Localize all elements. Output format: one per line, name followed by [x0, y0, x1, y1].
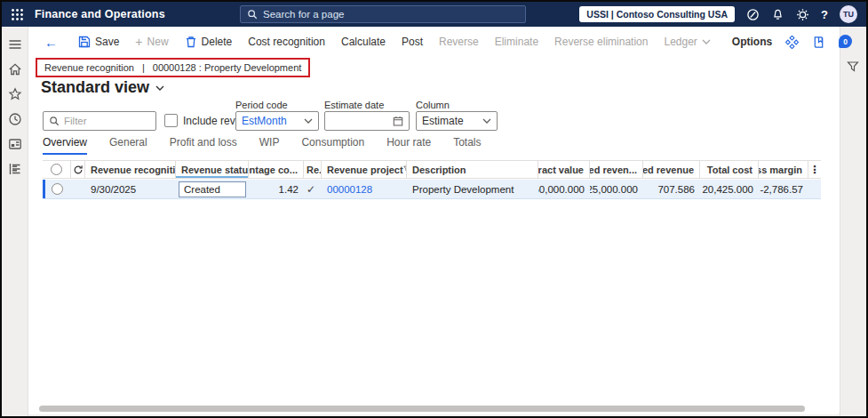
breadcrumb-page[interactable]: Revenue recognition [44, 62, 134, 73]
revenue-status-field[interactable]: Created [179, 181, 246, 197]
hamburger-menu-icon[interactable] [8, 37, 22, 52]
cell-contract-value[interactable]: 50,000.000 [538, 180, 590, 198]
tab-overview[interactable]: Overview [43, 136, 87, 155]
column-header-total-cost[interactable]: Total cost [700, 161, 759, 178]
grid-refresh-icon[interactable] [73, 165, 84, 175]
search-icon [247, 9, 258, 20]
estimate-date-input[interactable] [324, 111, 410, 131]
cell-reversed[interactable]: ✓ [304, 180, 322, 198]
recent-clock-icon[interactable] [8, 112, 22, 126]
calendar-icon[interactable] [393, 116, 403, 126]
column-header-invoiced-revenue[interactable]: Invoiced reven... [590, 161, 643, 178]
table-row[interactable]: 9/30/2025 Created 1.42 ✓ 00000128 Proper… [43, 180, 821, 199]
column-header-revenue-recognition[interactable]: Revenue recognition ... [85, 161, 176, 178]
cell-description[interactable]: Property Development [407, 180, 538, 198]
save-button[interactable]: Save [70, 27, 127, 57]
reverse-button[interactable]: Reverse [431, 27, 487, 57]
ledger-menu-button[interactable]: Ledger [656, 27, 718, 57]
column-header-revenue-status[interactable]: Revenue status [176, 161, 249, 178]
settings-gear-icon[interactable] [796, 8, 809, 21]
favorites-star-icon[interactable] [8, 87, 22, 101]
tab-profit-and-loss[interactable]: Profit and loss [170, 136, 237, 155]
main-content: ← Save + New Delete Cost recognition Cal… [28, 27, 840, 414]
page-search-box[interactable]: Search for a page [240, 5, 526, 23]
post-button[interactable]: Post [394, 27, 431, 57]
page-filter-funnel-icon[interactable] [847, 60, 859, 73]
cell-revenue-recognition-date[interactable]: 9/30/2025 [85, 180, 176, 198]
cell-accrued-revenue[interactable]: 707.586 [643, 180, 700, 198]
tab-hour-rate[interactable]: Hour rate [386, 136, 431, 155]
help-icon[interactable]: ? [821, 8, 828, 21]
select-all-radio[interactable] [51, 164, 62, 175]
calculate-button[interactable]: Calculate [333, 27, 394, 57]
column-select[interactable]: Estimate [416, 111, 498, 131]
messages-icon[interactable]: 0 [839, 35, 854, 49]
options-button[interactable]: Options [724, 27, 780, 57]
cell-revenue-status: Created [176, 180, 249, 198]
tab-consumption[interactable]: Consumption [301, 136, 364, 155]
dynamics365-icon[interactable] [746, 8, 760, 21]
action-pane: ← Save + New Delete Cost recognition Cal… [28, 27, 840, 57]
filter-text-field[interactable] [64, 116, 144, 126]
project-link[interactable]: 00000128 [327, 184, 372, 195]
tab-wip[interactable]: WIP [259, 136, 280, 155]
period-code-select[interactable]: EstMonth [235, 111, 319, 131]
navbar-right-cluster: USSI | Contoso Consulting USA ? TU [579, 5, 857, 23]
workspaces-icon[interactable] [8, 137, 22, 151]
company-badge[interactable]: USSI | Contoso Consulting USA [579, 6, 735, 22]
view-selector[interactable]: Standard view [41, 78, 164, 97]
cost-recognition-button[interactable]: Cost recognition [240, 27, 333, 57]
horizontal-scrollbar[interactable] [39, 406, 805, 412]
new-button[interactable]: + New [127, 27, 176, 57]
column-header-gross-margin[interactable]: Gross margin [759, 161, 808, 178]
back-button[interactable]: ← [37, 35, 65, 50]
include-reversed-checkbox[interactable] [164, 114, 178, 127]
cell-total-cost[interactable]: 20,425.000 [700, 180, 759, 198]
right-filter-rail [840, 27, 866, 416]
home-icon[interactable] [8, 62, 22, 76]
checkmark-icon: ✓ [307, 183, 315, 196]
message-count-badge: 0 [843, 37, 848, 46]
modules-list-icon[interactable] [8, 162, 22, 176]
breadcrumb-separator: | [142, 62, 145, 73]
cell-gross-margin[interactable]: -2,786.57 [759, 180, 808, 198]
tab-general[interactable]: General [109, 136, 147, 155]
waffle-menu-icon[interactable] [11, 8, 24, 21]
column-header-menu[interactable]: ⋮ [808, 161, 821, 178]
row-expand-cell [71, 180, 85, 198]
notifications-bell-icon[interactable] [771, 8, 784, 21]
eliminate-button[interactable]: Eliminate [487, 27, 546, 57]
column-header-reversed[interactable]: Re... [304, 161, 322, 178]
breadcrumb-record: 00000128 : Property Development [153, 62, 302, 73]
period-code-label: Period code [235, 100, 288, 110]
reverse-elimination-button[interactable]: Reverse elimination [546, 27, 656, 57]
delete-button[interactable]: Delete [177, 27, 241, 57]
breadcrumb: Revenue recognition | 00000128 : Propert… [36, 58, 310, 77]
column-header-percentage-completed[interactable]: Percentage co... [249, 161, 304, 178]
tab-totals[interactable]: Totals [453, 136, 481, 155]
app-window: Finance and Operations Search for a page… [0, 0, 868, 418]
page-title: Standard view [41, 78, 149, 97]
chevron-down-icon [155, 85, 164, 91]
row-select-radio[interactable] [52, 183, 63, 195]
personalize-diamonds-icon[interactable] [785, 36, 799, 49]
column-header-description[interactable]: Description [407, 161, 538, 178]
cell-invoiced-revenue[interactable]: 25,000.000 [590, 180, 643, 198]
plus-icon: + [135, 35, 142, 49]
toolbar-right-icons: 0 [785, 35, 868, 49]
column-header-contract-value[interactable]: Contract value [538, 161, 590, 178]
grid-filter-input[interactable] [43, 111, 156, 131]
cell-revenue-project[interactable]: 00000128 [322, 180, 407, 198]
refresh-column[interactable] [71, 161, 85, 178]
user-avatar[interactable]: TU [840, 5, 857, 23]
column-header-accrued-revenue[interactable]: Accrued revenue [643, 161, 700, 178]
cell-percentage-completed[interactable]: 1.42 [249, 180, 304, 198]
select-all-column[interactable] [43, 161, 71, 178]
chevron-down-icon [304, 118, 313, 124]
task-guide-book-icon[interactable] [812, 36, 825, 49]
search-placeholder: Search for a page [263, 9, 344, 20]
row-select-cell[interactable] [43, 180, 71, 198]
estimate-date-label: Estimate date [324, 100, 384, 110]
column-label: Column [416, 100, 450, 110]
column-header-revenue-project[interactable]: Revenue project [322, 161, 407, 178]
